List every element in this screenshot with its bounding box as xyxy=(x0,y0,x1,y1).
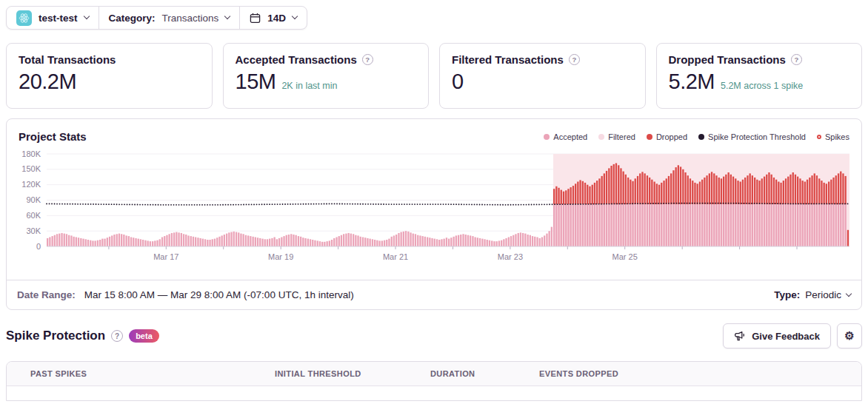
chart-legend: AcceptedFilteredDroppedSpike Protection … xyxy=(544,132,849,141)
category-value: Transactions xyxy=(162,13,219,24)
react-platform-icon xyxy=(16,10,32,26)
page: test-test Category: Transactions 14D Tot… xyxy=(0,0,868,404)
stat-card-accepted-transactions: Accepted Transactions?15M2K in last min xyxy=(223,43,430,109)
help-icon[interactable]: ? xyxy=(111,330,123,342)
column-header-duration: DURATION xyxy=(430,369,539,378)
legend-label: Filtered xyxy=(608,132,635,141)
spike-protection-title: Spike Protection xyxy=(6,329,105,343)
svg-text:Mar 23: Mar 23 xyxy=(498,252,523,261)
stat-card-subtitle: 5.2M across 1 spike xyxy=(721,81,803,91)
settings-button[interactable]: ⚙ xyxy=(837,323,862,349)
category-selector[interactable]: Category: Transactions xyxy=(99,7,240,29)
give-feedback-label: Give Feedback xyxy=(752,331,820,342)
legend-label: Spike Protection Threshold xyxy=(708,132,806,141)
stat-card-subtitle: 2K in last min xyxy=(281,81,337,91)
stat-card-title: Dropped Transactions xyxy=(669,53,786,66)
legend-item-spike-protection-threshold[interactable]: Spike Protection Threshold xyxy=(698,132,806,141)
chevron-down-icon xyxy=(292,13,298,19)
svg-text:90K: 90K xyxy=(26,195,41,204)
column-header-events-dropped: EVENTS DROPPED xyxy=(539,369,861,378)
table-header-row: PAST SPIKESINITIAL THRESHOLDDURATIONEVEN… xyxy=(7,362,861,386)
legend-dot-icon xyxy=(647,134,652,140)
beta-badge: beta xyxy=(129,329,159,343)
help-icon[interactable]: ? xyxy=(569,54,580,65)
range-preset-label: 14D xyxy=(267,13,286,24)
stat-card-dropped-transactions: Dropped Transactions?5.2M5.2M across 1 s… xyxy=(656,43,863,109)
legend-label: Accepted xyxy=(553,132,587,141)
legend-item-dropped[interactable]: Dropped xyxy=(647,132,687,141)
project-selector[interactable]: test-test xyxy=(7,7,99,29)
legend-item-filtered[interactable]: Filtered xyxy=(598,132,635,141)
svg-text:Mar 25: Mar 25 xyxy=(612,252,638,261)
stat-card-value: 0 xyxy=(452,70,464,94)
legend-label: Dropped xyxy=(656,132,687,141)
stat-card-title: Total Transactions xyxy=(19,53,116,66)
project-stats-panel: Project Stats AcceptedFilteredDroppedSpi… xyxy=(6,118,862,310)
svg-text:150K: 150K xyxy=(21,164,41,173)
spike-ring-icon xyxy=(817,135,821,139)
stat-card-title: Filtered Transactions xyxy=(452,53,564,66)
project-name: test-test xyxy=(39,13,78,24)
legend-dot-icon xyxy=(544,134,550,140)
svg-text:30K: 30K xyxy=(26,226,41,235)
svg-text:0: 0 xyxy=(36,242,41,251)
filter-bar: test-test Category: Transactions 14D xyxy=(6,6,307,30)
legend-label: Spikes xyxy=(825,132,849,141)
stat-card-total-transactions: Total Transactions20.2M xyxy=(6,43,213,109)
chart-title: Project Stats xyxy=(19,130,87,143)
category-label: Category: xyxy=(109,13,156,24)
gear-icon: ⚙ xyxy=(844,329,854,343)
stat-cards-row: Total Transactions20.2MAccepted Transact… xyxy=(6,43,862,109)
chevron-down-icon xyxy=(83,13,89,19)
stat-card-value: 20.2M xyxy=(19,70,76,94)
chart-header: Project Stats AcceptedFilteredDroppedSpi… xyxy=(7,119,861,147)
past-spikes-table: PAST SPIKESINITIAL THRESHOLDDURATIONEVEN… xyxy=(6,361,862,401)
legend-item-spikes[interactable]: Spikes xyxy=(817,132,849,141)
date-range-label: Date Range: xyxy=(17,289,76,300)
svg-text:Mar 19: Mar 19 xyxy=(268,252,293,261)
svg-text:120K: 120K xyxy=(21,180,41,189)
type-label: Type: xyxy=(774,289,800,300)
svg-text:Mar 17: Mar 17 xyxy=(153,252,178,261)
column-header-initial-threshold: INITIAL THRESHOLD xyxy=(275,369,430,378)
give-feedback-button[interactable]: Give Feedback xyxy=(723,323,831,349)
help-icon[interactable]: ? xyxy=(791,54,802,65)
table-row[interactable] xyxy=(7,386,861,400)
stat-card-title: Accepted Transactions xyxy=(236,53,357,66)
stat-card-filtered-transactions: Filtered Transactions?0 xyxy=(439,43,646,109)
legend-item-accepted[interactable]: Accepted xyxy=(544,132,587,141)
svg-text:Mar 21: Mar 21 xyxy=(383,252,408,261)
column-header-past-spikes: PAST SPIKES xyxy=(30,369,275,378)
stat-card-value: 15M xyxy=(236,70,276,94)
legend-dot-icon xyxy=(698,134,704,140)
type-value: Periodic xyxy=(805,289,841,300)
date-range-value: Mar 15 8:00 AM — Mar 29 8:00 AM (-07:00 … xyxy=(84,289,354,300)
help-icon[interactable]: ? xyxy=(362,54,373,65)
chevron-down-icon xyxy=(846,290,852,296)
project-stats-chart[interactable]: Mar 17Mar 19Mar 21Mar 23Mar 25180K150K12… xyxy=(13,148,857,280)
calendar-icon xyxy=(250,13,261,24)
chart-footer: Date Range: Mar 15 8:00 AM — Mar 29 8:00… xyxy=(7,280,861,309)
date-range-selector[interactable]: 14D xyxy=(239,7,307,29)
stat-card-value: 5.2M xyxy=(669,70,715,94)
type-selector[interactable]: Type: Periodic xyxy=(774,289,851,300)
svg-text:180K: 180K xyxy=(21,149,41,158)
megaphone-icon xyxy=(734,331,746,342)
svg-text:60K: 60K xyxy=(26,211,41,220)
legend-dot-icon xyxy=(598,134,604,140)
spike-protection-header: Spike Protection ? beta Give Feedback ⚙ xyxy=(6,323,862,349)
chevron-down-icon xyxy=(224,13,230,19)
